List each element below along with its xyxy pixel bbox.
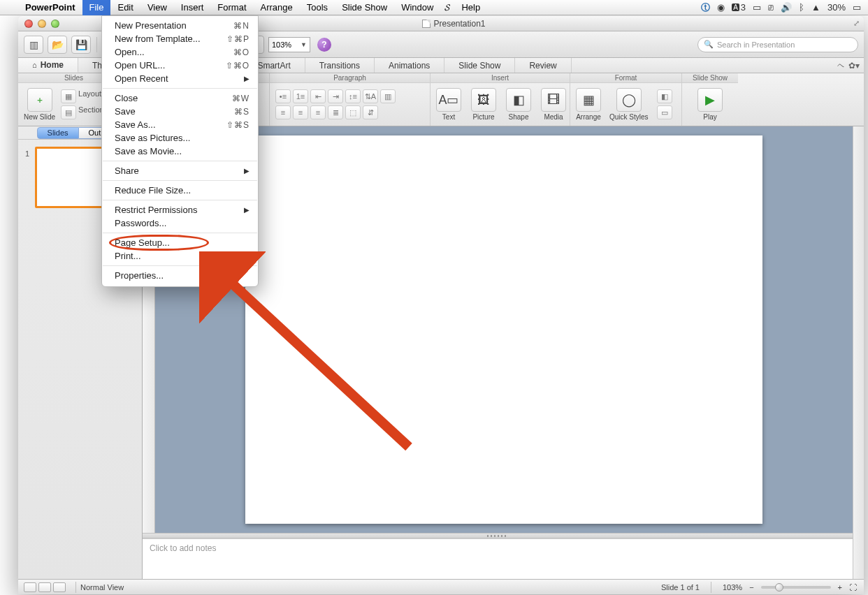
new-doc-button[interactable]: ▥ xyxy=(24,36,43,54)
ribbon-tab-animations[interactable]: Animations xyxy=(375,58,444,73)
file-menu-item[interactable]: Open Recent▶ xyxy=(102,72,258,85)
file-menu-item[interactable]: Passwords... xyxy=(102,216,258,230)
menubar-view[interactable]: View xyxy=(140,0,174,15)
script-menu-icon[interactable]: 𝓢 xyxy=(440,2,454,13)
ribbon-tab-transitions[interactable]: Transitions xyxy=(305,58,375,73)
shape-outline-button[interactable]: ▭ xyxy=(657,105,672,119)
arrange-button[interactable]: ▦Arrange xyxy=(576,88,601,121)
airplay-icon[interactable]: ▭ xyxy=(753,2,761,13)
app-name[interactable]: PowerPoint xyxy=(18,2,82,13)
justify-button[interactable]: ≣ xyxy=(328,105,343,119)
zoom-slider[interactable] xyxy=(761,586,831,589)
ribbon-tab-review[interactable]: Review xyxy=(515,58,571,73)
file-menu-item[interactable]: Restrict Permissions▶ xyxy=(102,203,258,216)
layout-button[interactable]: ▦ xyxy=(61,89,76,103)
fit-to-window-button[interactable]: ⛶ xyxy=(849,583,857,592)
help-button[interactable]: ? xyxy=(317,38,331,52)
group-insert-title: Insert xyxy=(431,73,570,83)
creative-cloud-icon[interactable]: ◉ xyxy=(717,2,725,13)
quick-styles-button[interactable]: ◯Quick Styles xyxy=(609,88,649,121)
collapse-ribbon-icon[interactable]: ヘ xyxy=(837,61,844,71)
file-menu-item[interactable]: Save as Pictures... xyxy=(102,131,258,145)
file-menu-item[interactable]: New from Template...⇧⌘P xyxy=(102,32,258,45)
notes-splitter[interactable] xyxy=(143,533,853,538)
window-zoom-button[interactable] xyxy=(51,20,59,28)
ribbon-tab-home[interactable]: ⌂Home xyxy=(18,58,78,73)
section-button[interactable]: ▤ xyxy=(61,105,76,119)
file-menu-item[interactable]: Properties... xyxy=(102,269,258,282)
window-minimize-button[interactable] xyxy=(38,20,46,28)
document-icon xyxy=(422,20,431,28)
text-direction-button[interactable]: ⇅A xyxy=(363,89,378,103)
vertical-scrollbar[interactable] xyxy=(853,126,864,579)
slide-thumbnail-number: 1 xyxy=(25,149,29,158)
menubar-slideshow[interactable]: Slide Show xyxy=(335,0,394,15)
window-close-button[interactable] xyxy=(24,20,33,28)
menubar-window[interactable]: Window xyxy=(394,0,440,15)
align-right-button[interactable]: ≡ xyxy=(310,105,326,119)
notes-pane[interactable]: Click to add notes xyxy=(143,538,853,579)
menubar-tools[interactable]: Tools xyxy=(300,0,335,15)
zoom-in-button[interactable]: + xyxy=(838,583,842,592)
shape-fill-button[interactable]: ◧ xyxy=(657,89,672,103)
slide-canvas[interactable] xyxy=(245,135,762,524)
insert-text-button[interactable]: A▭Text xyxy=(436,88,461,121)
file-menu-item[interactable]: Close⌘W xyxy=(102,91,258,105)
search-icon: 🔍 xyxy=(704,40,714,49)
bluetooth-icon[interactable]: ᛒ xyxy=(799,2,804,13)
file-menu-item[interactable]: Share▶ xyxy=(102,164,258,177)
wifi-icon[interactable]: ▲ xyxy=(811,2,820,13)
convert-smartart-button[interactable]: ⬚ xyxy=(345,105,361,119)
numbering-button[interactable]: 1≡ xyxy=(293,89,308,103)
align-left-button[interactable]: ≡ xyxy=(275,105,291,119)
file-menu-item[interactable]: Page Setup... xyxy=(102,236,258,249)
insert-shape-button[interactable]: ◧Shape xyxy=(506,88,531,121)
new-slide-button[interactable]: ＋ New Slide xyxy=(24,88,55,121)
save-doc-button[interactable]: 💾 xyxy=(71,36,91,54)
align-center-button[interactable]: ≡ xyxy=(293,105,308,119)
file-menu-item[interactable]: Open...⌘O xyxy=(102,45,258,59)
file-menu-item[interactable]: Open URL...⇧⌘O xyxy=(102,59,258,72)
insert-media-button[interactable]: 🎞Media xyxy=(541,88,566,121)
play-slideshow-button[interactable]: ▶Play xyxy=(697,88,723,121)
adobe-icon[interactable]: A3 xyxy=(732,2,746,13)
file-menu-item[interactable]: Save⌘S xyxy=(102,105,258,118)
line-spacing-button[interactable]: ↕≡ xyxy=(345,89,361,103)
menubar-arrange[interactable]: Arrange xyxy=(254,0,300,15)
align-text-button[interactable]: ⇵ xyxy=(363,105,378,119)
decrease-indent-button[interactable]: ⇤ xyxy=(310,89,326,103)
zoom-combobox[interactable]: 103%▼ xyxy=(268,37,310,52)
file-menu-item[interactable]: New Presentation⌘N xyxy=(102,19,258,32)
zoom-percent[interactable]: 103% xyxy=(723,583,742,592)
file-menu-item[interactable]: Save as Movie... xyxy=(102,145,258,158)
file-menu-item[interactable]: Save As...⇧⌘S xyxy=(102,118,258,131)
normal-view-button[interactable] xyxy=(24,582,36,592)
file-menu-item[interactable]: Reduce File Size... xyxy=(102,184,258,197)
menubar-edit[interactable]: Edit xyxy=(110,0,140,15)
slideshow-view-button[interactable] xyxy=(53,582,66,592)
fullscreen-icon[interactable]: ⤢ xyxy=(848,19,864,28)
increase-indent-button[interactable]: ⇥ xyxy=(328,89,343,103)
slides-tab[interactable]: Slides xyxy=(37,127,79,139)
menubar-file[interactable]: File xyxy=(82,0,111,15)
ribbon-settings-icon[interactable]: ✿▾ xyxy=(848,61,860,71)
insert-picture-button[interactable]: 🖼Picture xyxy=(471,88,496,121)
displays-icon[interactable]: ⎚ xyxy=(768,2,774,13)
ribbon-tab-slideshow[interactable]: Slide Show xyxy=(444,58,515,73)
volume-icon[interactable]: 🔊 xyxy=(781,2,792,13)
search-in-presentation[interactable]: 🔍Search in Presentation xyxy=(697,37,858,52)
menubar-format[interactable]: Format xyxy=(210,0,253,15)
menubar-help[interactable]: Help xyxy=(454,0,487,15)
file-menu-item[interactable]: Print...⌘P xyxy=(102,249,258,263)
status-bar: Normal View Slide 1 of 1 103% − + ⛶ xyxy=(18,579,864,594)
battery-percent[interactable]: 30% xyxy=(827,2,846,13)
submenu-arrow-icon: ▶ xyxy=(244,206,249,214)
open-doc-button[interactable]: 📂 xyxy=(48,36,67,54)
zoom-out-button[interactable]: − xyxy=(749,583,753,592)
bullets-button[interactable]: •≡ xyxy=(275,89,291,103)
battery-icon[interactable]: ▭ xyxy=(853,2,861,13)
textexpander-icon[interactable]: ⓣ xyxy=(701,1,710,14)
columns-button[interactable]: ▥ xyxy=(380,89,396,103)
menubar-insert[interactable]: Insert xyxy=(174,0,211,15)
slide-sorter-view-button[interactable] xyxy=(38,582,51,592)
